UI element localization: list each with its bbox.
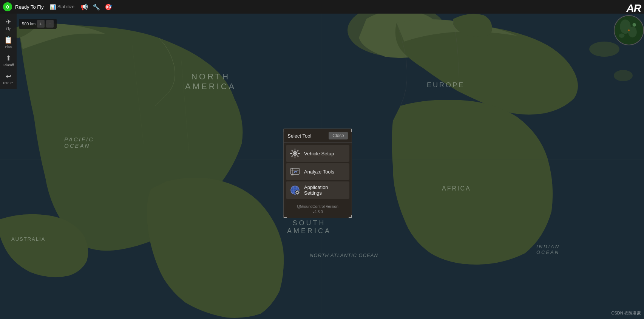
modal-header: Select Tool Close xyxy=(284,129,352,143)
takeoff-label: Takeoff xyxy=(3,63,14,67)
top-toolbar: Q Ready To Fly 📊 Stabilize 📢 🔧 🎯 AR xyxy=(0,0,644,14)
application-settings-label: Application Settings xyxy=(304,184,346,196)
stabilize-control[interactable]: 📊 Stabilize xyxy=(50,4,74,10)
stabilize-graph-icon: 📊 xyxy=(50,4,56,10)
target-icon[interactable]: 🎯 xyxy=(105,3,112,11)
ardupilot-logo: AR xyxy=(627,2,641,14)
takeoff-icon: ⬆ xyxy=(6,54,11,62)
app-logo: Q xyxy=(3,2,12,11)
corner-tr xyxy=(349,129,352,132)
svg-point-10 xyxy=(628,27,637,38)
svg-point-3 xyxy=(614,70,633,81)
sidebar-item-fly[interactable]: ✈ Fly xyxy=(1,15,16,33)
analyze-tools-icon xyxy=(290,166,300,177)
zoom-out-button[interactable]: − xyxy=(46,20,54,28)
left-sidebar: ✈ Fly 📋 Plan ⬆ Takeoff ↩ Return xyxy=(0,14,17,89)
return-label: Return xyxy=(3,81,13,85)
svg-point-11 xyxy=(619,34,624,38)
version-info: QGroundControl Version v4.3.0 xyxy=(287,204,349,215)
svg-rect-19 xyxy=(291,175,293,175)
return-icon: ↩ xyxy=(6,72,11,81)
watermark: CSDN @陈君豪 xyxy=(612,310,641,316)
application-settings-icon xyxy=(290,185,300,195)
application-settings-button[interactable]: Application Settings xyxy=(286,181,349,199)
plan-label: Plan xyxy=(5,45,12,49)
wrench-icon[interactable]: 🔧 xyxy=(93,3,100,11)
zoom-in-button[interactable]: + xyxy=(37,20,45,28)
flight-status: Ready To Fly xyxy=(15,4,44,10)
modal-footer: QGroundControl Version v4.3.0 xyxy=(284,201,352,218)
svg-point-2 xyxy=(589,42,619,57)
corner-bl xyxy=(284,215,287,218)
modal-body: Vehicle Setup Analyze Tools xyxy=(284,143,352,201)
vehicle-setup-button[interactable]: Vehicle Setup xyxy=(286,145,349,162)
svg-point-13 xyxy=(628,29,630,31)
mini-map[interactable] xyxy=(614,15,644,45)
svg-point-15 xyxy=(294,152,296,155)
sidebar-item-return[interactable]: ↩ Return xyxy=(1,70,16,88)
zoom-scale-label: 500 km xyxy=(22,22,36,26)
analyze-tools-label: Analyze Tools xyxy=(304,169,334,175)
vehicle-setup-label: Vehicle Setup xyxy=(304,151,334,156)
modal-title: Select Tool xyxy=(287,133,311,139)
select-tool-modal: Select Tool Close Vehicle Setup xyxy=(283,129,352,218)
fly-label: Fly xyxy=(6,27,11,31)
vehicle-setup-icon xyxy=(290,148,300,159)
modal-close-button[interactable]: Close xyxy=(329,132,348,139)
analyze-tools-button[interactable]: Analyze Tools xyxy=(286,163,349,180)
sidebar-item-plan[interactable]: 📋 Plan xyxy=(1,33,16,51)
corner-br xyxy=(349,215,352,218)
fly-icon: ✈ xyxy=(6,18,11,26)
sidebar-item-takeoff[interactable]: ⬆ Takeoff xyxy=(1,51,16,70)
zoom-controls: 500 km + − xyxy=(19,19,57,29)
megaphone-icon[interactable]: 📢 xyxy=(80,3,88,11)
plan-icon: 📋 xyxy=(4,36,12,44)
corner-tl xyxy=(284,129,287,132)
toolbar-icons: 📢 🔧 🎯 xyxy=(80,3,112,11)
svg-point-12 xyxy=(633,23,636,27)
